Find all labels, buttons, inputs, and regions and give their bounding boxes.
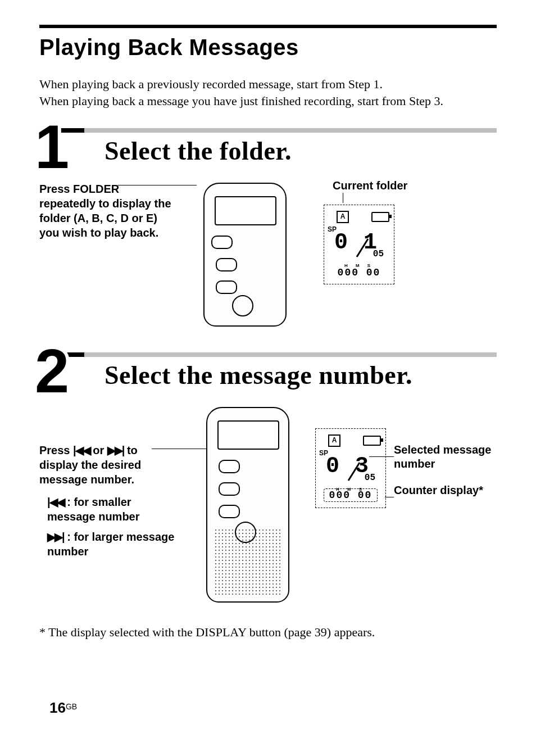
svg-line-0 bbox=[357, 239, 368, 257]
label-counter-display: Counter display* bbox=[394, 483, 497, 497]
step-2-instruction-block: Press |◀◀ or ▶▶| to display the desired … bbox=[39, 404, 176, 564]
step-2-title: Select the message number. bbox=[91, 360, 412, 390]
top-rule bbox=[39, 25, 497, 28]
lcd-total: 05 bbox=[365, 473, 375, 483]
device-illustration-2 bbox=[186, 404, 305, 606]
page-number-suffix: GB bbox=[66, 702, 77, 711]
lcd-counter: 000 00 bbox=[324, 488, 378, 502]
prev-icon: |◀◀ bbox=[47, 496, 64, 508]
next-icon: ▶▶| bbox=[47, 531, 64, 543]
step-1: 1 Select the folder. Press FOLDER repeat… bbox=[39, 128, 497, 330]
callout-line bbox=[118, 185, 197, 185]
battery-icon bbox=[371, 212, 389, 222]
next-icon: ▶▶| bbox=[107, 444, 124, 456]
page-number: 16GB bbox=[49, 699, 77, 717]
prev-icon: |◀◀ bbox=[73, 444, 90, 456]
page-title: Playing Back Messages bbox=[39, 35, 497, 60]
label-selected-message-number: Selected message number bbox=[394, 443, 497, 471]
lcd-display-2: A SP 0 3 05 H M S 000 00 bbox=[315, 428, 386, 508]
callout-line bbox=[369, 456, 394, 457]
lcd-total: 05 bbox=[373, 249, 384, 259]
step-2-instruction: Press |◀◀ or ▶▶| to display the desired … bbox=[39, 443, 176, 487]
step-1-instruction: Press FOLDER repeatedly to display the f… bbox=[39, 179, 173, 240]
lcd-display-1: A SP 0 1 05 H M S 000 00 bbox=[324, 205, 394, 284]
callout-line bbox=[385, 497, 394, 497]
step-2-sub-prev: |◀◀ : for smaller message number bbox=[47, 495, 176, 524]
step-1-title: Select the folder. bbox=[91, 136, 292, 166]
step-1-number: 1 bbox=[35, 116, 69, 178]
battery-icon bbox=[363, 436, 381, 446]
lcd-folder-letter: A bbox=[328, 434, 340, 447]
step-2: 2 Select the message number. Press |◀◀ o… bbox=[39, 352, 497, 606]
page-number-value: 16 bbox=[49, 699, 66, 716]
intro-text: When playing back a previously recorded … bbox=[39, 76, 497, 109]
display-caption-current-folder: Current folder bbox=[333, 179, 407, 192]
lcd-folder-letter: A bbox=[337, 211, 349, 223]
lcd-counter: 000 00 bbox=[332, 267, 386, 278]
footnote: * The display selected with the DISPLAY … bbox=[39, 625, 497, 640]
callout-line bbox=[343, 193, 343, 203]
step-1-instruction-text: Press FOLDER repeatedly to display the f… bbox=[39, 183, 171, 239]
step-2-number: 2 bbox=[35, 340, 69, 402]
step-2-sub-next: ▶▶| : for larger message number bbox=[47, 529, 176, 559]
device-illustration-1 bbox=[183, 179, 302, 330]
svg-line-1 bbox=[348, 463, 360, 481]
